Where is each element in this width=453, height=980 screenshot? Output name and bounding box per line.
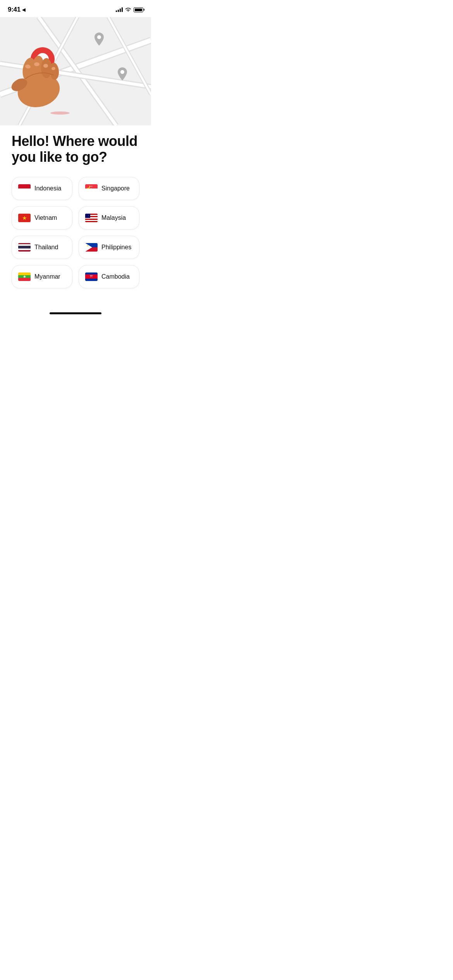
flag-cambodia: ⛩ — [85, 272, 98, 281]
status-time: 9:41 — [8, 6, 21, 14]
country-name-philippines: Philippines — [101, 244, 131, 251]
pin-shadow — [50, 111, 70, 115]
country-name-vietnam: Vietnam — [34, 214, 57, 221]
country-name-myanmar: Myanmar — [34, 273, 60, 280]
country-name-thailand: Thailand — [34, 244, 58, 251]
country-name-malaysia: Malaysia — [101, 214, 126, 221]
svg-point-22 — [43, 64, 48, 68]
flag-vietnam: ★ — [18, 214, 31, 222]
country-button-indonesia[interactable]: Indonesia — [12, 177, 72, 200]
country-grid: Indonesia 🌙 ✦✦✦ Singapore ★ Vietnam — [12, 177, 139, 288]
map-pin-2 — [117, 67, 128, 81]
wifi-icon — [125, 7, 131, 12]
country-button-cambodia[interactable]: ⛩ Cambodia — [79, 265, 139, 288]
flag-thailand — [18, 243, 31, 252]
flag-singapore: 🌙 ✦✦✦ — [85, 184, 98, 193]
headline: Hello! Where would you like to go? — [12, 133, 139, 165]
location-arrow-icon: ◀ — [22, 7, 25, 12]
country-name-indonesia: Indonesia — [34, 185, 61, 192]
country-button-philippines[interactable]: ☀ Philippines — [79, 236, 139, 259]
flag-malaysia: ☽ — [85, 214, 98, 222]
signal-icon — [116, 7, 123, 12]
country-name-singapore: Singapore — [101, 185, 130, 192]
home-indicator — [0, 308, 151, 317]
svg-point-12 — [120, 70, 124, 74]
hero-illustration — [0, 17, 151, 125]
status-bar: 9:41 ◀ — [0, 0, 151, 17]
battery-icon — [134, 7, 143, 12]
country-button-thailand[interactable]: Thailand — [12, 236, 72, 259]
country-button-singapore[interactable]: 🌙 ✦✦✦ Singapore — [79, 177, 139, 200]
country-button-malaysia[interactable]: ☽ Malaysia — [79, 206, 139, 230]
country-button-myanmar[interactable]: ★ Myanmar — [12, 265, 72, 288]
flag-myanmar: ★ — [18, 272, 31, 281]
country-button-vietnam[interactable]: ★ Vietnam — [12, 206, 72, 230]
hand-pin-illustration — [0, 25, 89, 114]
country-name-cambodia: Cambodia — [101, 273, 130, 280]
svg-point-21 — [34, 62, 39, 66]
svg-point-11 — [97, 35, 101, 39]
map-pin-1 — [94, 33, 105, 46]
status-icons — [116, 7, 143, 12]
home-bar — [50, 312, 101, 314]
flag-indonesia — [18, 184, 31, 193]
flag-philippines: ☀ — [85, 243, 98, 252]
main-content: Hello! Where would you like to go? Indon… — [0, 125, 151, 300]
